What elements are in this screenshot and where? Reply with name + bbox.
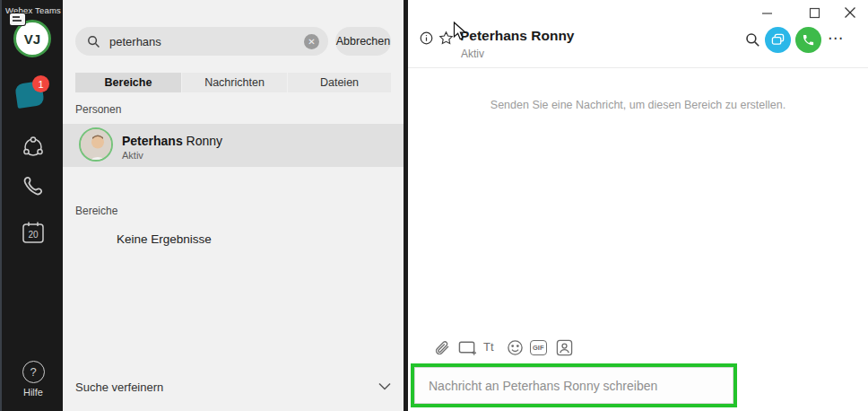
info-icon[interactable]: [420, 31, 433, 45]
nav-sidebar: Webex Teams VJ 1: [0, 0, 63, 411]
emoji-icon[interactable]: [507, 339, 524, 356]
no-results-text: Keine Ergebnisse: [117, 232, 212, 246]
maximize-button[interactable]: [801, 2, 828, 23]
conversation-header: Peterhans Ronny Aktiv ⋯: [408, 22, 868, 68]
chat-action-button[interactable]: [765, 27, 791, 53]
gif-icon[interactable]: GIF: [530, 340, 547, 355]
status-bubble-icon: [10, 13, 25, 25]
unread-badge: 1: [32, 75, 49, 92]
favorite-star-icon[interactable]: [438, 31, 454, 46]
meetings-icon[interactable]: 20: [2, 219, 65, 246]
calls-icon[interactable]: [2, 173, 65, 198]
calendar-day-number: 20: [28, 230, 39, 240]
conversation-status: Aktiv: [461, 48, 484, 60]
person-status: Aktiv: [122, 150, 143, 161]
search-box[interactable]: ✕: [75, 27, 328, 56]
search-panel: ✕ Abbrechen Bereiche Nachrichten Dateien…: [63, 0, 404, 411]
search-icon: [87, 35, 100, 48]
person-name: Peterhans Ronny: [122, 134, 222, 148]
avatar-initials: VJ: [24, 31, 40, 47]
minimize-button[interactable]: [753, 2, 780, 23]
message-input[interactable]: [414, 367, 733, 404]
spaces-section-label: Bereiche: [75, 205, 117, 217]
tab-bereiche[interactable]: Bereiche: [75, 73, 181, 92]
tab-dateien[interactable]: Dateien: [288, 73, 391, 92]
webex-teams-window: Webex Teams VJ 1: [0, 0, 868, 411]
teams-icon[interactable]: [2, 135, 65, 160]
message-input-highlight: [411, 363, 737, 407]
help-icon: ?: [22, 361, 45, 383]
conversation-panel: Peterhans Ronny Aktiv ⋯ Senden Sie ei: [408, 0, 868, 411]
empty-space-message: Senden Sie eine Nachricht, um diesen Ber…: [408, 99, 868, 111]
text-format-icon[interactable]: Tt: [483, 340, 494, 354]
cancel-button[interactable]: Abbrechen: [335, 27, 391, 56]
conversation-search-icon[interactable]: [745, 32, 760, 48]
composer-toolbar: Tt GIF: [408, 337, 868, 361]
person-result-row[interactable]: Peterhans Ronny Aktiv: [63, 124, 404, 167]
screen-share-icon[interactable]: [458, 339, 477, 356]
call-button[interactable]: [795, 27, 821, 53]
search-input[interactable]: [108, 34, 304, 49]
close-button[interactable]: [837, 2, 864, 23]
tab-nachrichten[interactable]: Nachrichten: [182, 73, 287, 92]
attachment-icon[interactable]: [433, 339, 451, 357]
my-avatar[interactable]: VJ: [13, 20, 51, 57]
personal-room-icon[interactable]: [556, 339, 573, 356]
people-section-label: Personen: [75, 103, 121, 116]
refine-search-button[interactable]: Suche verfeinern: [75, 380, 163, 394]
conversation-title: Peterhans Ronny: [460, 28, 574, 44]
help-label: Hilfe: [2, 387, 65, 398]
clear-search-icon[interactable]: ✕: [304, 34, 319, 49]
chevron-down-icon[interactable]: [378, 382, 391, 390]
more-options-icon[interactable]: ⋯: [828, 29, 844, 48]
help-button[interactable]: ? Hilfe: [2, 361, 65, 398]
person-avatar: [79, 127, 113, 162]
